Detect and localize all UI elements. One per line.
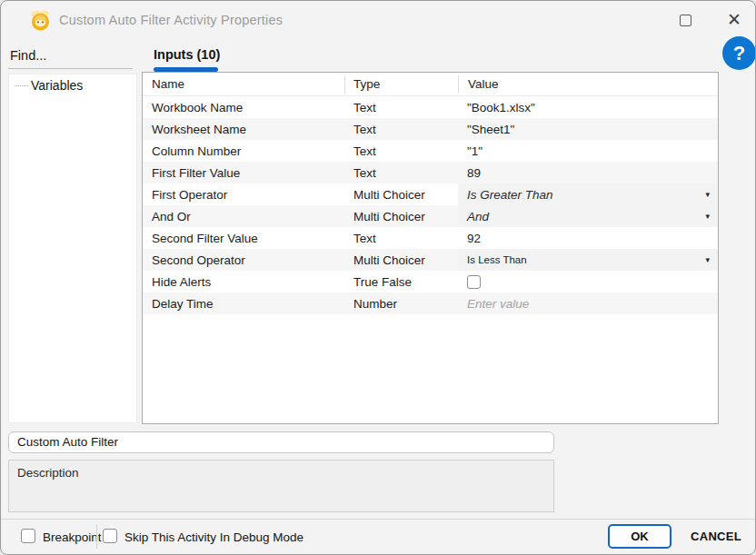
table-row: First Filter ValueText89 bbox=[143, 162, 718, 183]
skip-debug-checkbox[interactable] bbox=[103, 529, 117, 543]
variables-tree-panel: Variables bbox=[8, 74, 137, 423]
property-type: Multi Choicer bbox=[344, 188, 458, 202]
property-name: Delay Time bbox=[143, 297, 344, 311]
property-name: And Or bbox=[143, 210, 344, 223]
property-type: Text bbox=[344, 101, 458, 114]
column-header-value: Value bbox=[458, 75, 718, 94]
property-value[interactable]: 92 bbox=[458, 227, 718, 249]
property-value[interactable]: "Book1.xlsx" bbox=[458, 96, 718, 118]
help-icon[interactable]: ? bbox=[722, 36, 756, 70]
property-value[interactable]: "Sheet1" bbox=[458, 118, 718, 140]
table-body: Workbook NameText"Book1.xlsx"Worksheet N… bbox=[143, 96, 718, 314]
property-type: Text bbox=[344, 232, 458, 245]
breakpoint-label: Breakpoint bbox=[43, 530, 102, 544]
value-checkbox[interactable] bbox=[467, 275, 481, 289]
property-name: First Operator bbox=[143, 188, 344, 202]
table-row: Worksheet NameText"Sheet1" bbox=[143, 118, 718, 140]
value-text: Is Greater Than bbox=[467, 188, 553, 202]
table-header: Name Type Value bbox=[143, 73, 718, 96]
close-button[interactable]: ✕ bbox=[723, 8, 745, 32]
property-type: Multi Choicer bbox=[344, 253, 458, 267]
property-name: Second Operator bbox=[143, 253, 344, 267]
find-underline bbox=[8, 68, 133, 69]
property-name: Worksheet Name bbox=[143, 123, 344, 136]
maximize-icon bbox=[680, 15, 691, 26]
value-text: Enter value bbox=[467, 297, 529, 311]
property-value[interactable]: And▾ bbox=[458, 205, 718, 227]
table-row: Delay TimeNumberEnter value bbox=[143, 292, 718, 314]
property-value[interactable]: 89 bbox=[458, 162, 718, 183]
value-text: 89 bbox=[467, 166, 481, 180]
tab-inputs[interactable]: Inputs (10) bbox=[154, 47, 220, 62]
table-row: Column NumberText"1" bbox=[143, 140, 718, 162]
property-value[interactable] bbox=[458, 271, 718, 292]
table-row: Second OperatorMulti ChoicerIs Less Than… bbox=[143, 249, 718, 271]
dropdown-arrow-icon[interactable]: ▾ bbox=[701, 205, 713, 227]
inputs-table: Name Type Value Workbook NameText"Book1.… bbox=[142, 72, 719, 424]
value-text: "Sheet1" bbox=[467, 123, 514, 136]
value-text: Is Less Than bbox=[467, 254, 527, 265]
properties-dialog: Custom Auto Filter Activity Properties ✕… bbox=[0, 0, 756, 555]
property-type: Text bbox=[344, 144, 458, 158]
table-row: Hide AlertsTrue False bbox=[143, 271, 718, 292]
maximize-button[interactable] bbox=[678, 13, 694, 29]
value-text: 92 bbox=[467, 232, 481, 245]
ok-button[interactable]: OK bbox=[608, 524, 671, 549]
cancel-button[interactable]: CANCEL bbox=[684, 524, 748, 549]
property-value[interactable]: Enter value bbox=[458, 292, 718, 314]
property-type: Text bbox=[344, 166, 458, 180]
table-row: First OperatorMulti ChoicerIs Greater Th… bbox=[143, 183, 718, 205]
column-header-type: Type bbox=[344, 75, 458, 94]
value-text: "1" bbox=[467, 144, 482, 158]
property-value[interactable]: Is Greater Than▾ bbox=[458, 183, 718, 205]
sidebar-item-variables[interactable]: Variables bbox=[15, 78, 83, 93]
property-name: Second Filter Value bbox=[143, 232, 344, 245]
dropdown-arrow-icon[interactable]: ▾ bbox=[701, 183, 713, 205]
breakpoint-checkbox[interactable] bbox=[21, 529, 35, 543]
table-row: Workbook NameText"Book1.xlsx" bbox=[143, 96, 718, 118]
property-type: Multi Choicer bbox=[344, 210, 458, 223]
property-type: Text bbox=[344, 123, 458, 136]
footer-divider bbox=[1, 519, 755, 520]
title-bar: Custom Auto Filter Activity Properties ✕ bbox=[1, 1, 755, 41]
activity-name-input[interactable]: Custom Auto Filter bbox=[8, 431, 554, 453]
table-row: And OrMulti ChoicerAnd▾ bbox=[143, 205, 718, 227]
value-text: And bbox=[467, 210, 489, 223]
sidebar-item-label: Variables bbox=[31, 78, 83, 93]
tree-branch-icon bbox=[15, 85, 28, 86]
property-value[interactable]: Is Less Than▾ bbox=[458, 249, 718, 271]
property-type: True False bbox=[344, 275, 458, 289]
property-name: Hide Alerts bbox=[143, 275, 344, 289]
window-title: Custom Auto Filter Activity Properties bbox=[59, 13, 283, 27]
property-name: Workbook Name bbox=[143, 101, 344, 114]
bee-mascot-icon bbox=[28, 8, 53, 32]
dropdown-arrow-icon[interactable]: ▾ bbox=[701, 249, 713, 271]
find-input[interactable]: Find... bbox=[10, 48, 46, 63]
property-value[interactable]: "1" bbox=[458, 140, 718, 162]
property-type: Number bbox=[344, 297, 458, 311]
table-row: Second Filter ValueText92 bbox=[143, 227, 718, 249]
property-name: First Filter Value bbox=[143, 166, 344, 180]
description-textarea[interactable]: Description bbox=[8, 460, 554, 512]
footer-separator bbox=[96, 524, 97, 549]
property-name: Column Number bbox=[143, 144, 344, 158]
skip-debug-label: Skip This Activity In Debug Mode bbox=[124, 530, 303, 544]
value-text: "Book1.xlsx" bbox=[467, 101, 535, 114]
column-header-name: Name bbox=[143, 77, 344, 91]
